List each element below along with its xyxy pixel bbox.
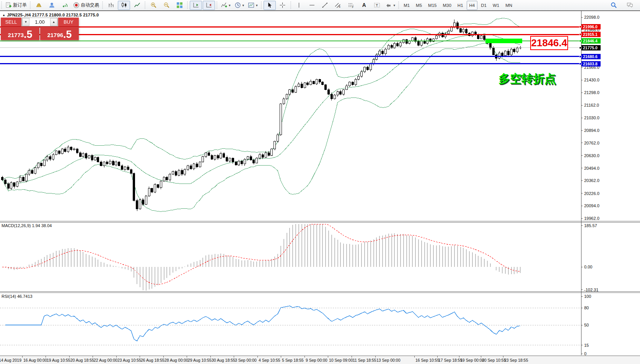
time-label: 13 Sep 00:00: [376, 358, 400, 362]
tile-windows-button[interactable]: [173, 1, 186, 10]
buy-price[interactable]: 21796.5: [40, 27, 79, 40]
svg-text:50: 50: [584, 323, 589, 327]
hline-button[interactable]: [306, 1, 318, 10]
sell-price-main: 21773: [8, 31, 24, 40]
chart-window: 22098.021966.021566.021430.021298.021162…: [0, 11, 640, 364]
gold-icon: [36, 2, 42, 8]
crosshair-button[interactable]: [277, 1, 289, 10]
toolbar-grip[interactable]: [29, 2, 31, 9]
svg-text:F: F: [352, 6, 353, 8]
toolbar-grip[interactable]: [144, 2, 146, 9]
turning-point-annotation: 多空转折点: [498, 71, 556, 87]
timeframe-m15[interactable]: M15: [425, 1, 439, 10]
dropdown-caret-icon[interactable]: ▾: [256, 3, 258, 7]
svg-text:21846.4: 21846.4: [583, 39, 598, 43]
toolbar-grip[interactable]: [216, 2, 218, 9]
text-button[interactable]: A: [358, 1, 370, 10]
expert-icon: [49, 2, 55, 8]
time-tick: [414, 356, 415, 358]
volume-increase-button[interactable]: ▲: [50, 18, 57, 26]
vline-button[interactable]: [293, 1, 305, 10]
chart-canvas[interactable]: 22098.021966.021566.021430.021298.021162…: [0, 11, 640, 364]
autotrade-button-label: 自动交易: [81, 2, 99, 8]
svg-text:21775.0: 21775.0: [583, 46, 598, 50]
indicators-button[interactable]: ▾: [219, 1, 232, 10]
time-tick: [503, 356, 503, 358]
toolbar-grip[interactable]: [1, 2, 3, 9]
dropdown-caret-icon[interactable]: ▾: [394, 3, 396, 7]
toolbar-grip[interactable]: [187, 2, 189, 9]
gold-button[interactable]: [33, 1, 45, 10]
timeframe-m1[interactable]: M1: [401, 1, 412, 10]
search-button[interactable]: [607, 1, 620, 10]
shift-auto-icon: [206, 2, 212, 8]
volume-decrease-button[interactable]: ▼: [22, 18, 29, 26]
price-annotation-box[interactable]: 21846.4: [530, 36, 568, 50]
chat-icon: [627, 2, 633, 8]
timeframe-mn[interactable]: MN: [503, 1, 515, 10]
autotrade-button[interactable]: 自动交易: [72, 1, 101, 10]
volume-value[interactable]: 1.00: [29, 18, 50, 26]
toolbar-grip[interactable]: [398, 2, 400, 9]
label-t-icon: T: [374, 2, 380, 8]
trendline-button[interactable]: [319, 1, 331, 10]
signal-icon: [62, 2, 68, 8]
expert-button[interactable]: [46, 1, 58, 10]
dropdown-caret-icon[interactable]: ▾: [229, 3, 231, 7]
shift-end-button[interactable]: [190, 1, 202, 10]
chat-button[interactable]: [624, 1, 636, 10]
new-order-icon: [5, 2, 12, 8]
new-order-button-label: 新订单: [13, 2, 27, 8]
timeframe-d1[interactable]: D1: [478, 1, 489, 10]
collapse-triangle-icon[interactable]: ▲: [2, 13, 5, 17]
buy-button[interactable]: BUY: [58, 18, 79, 26]
chart-symbol-title: ▲JPN225-,H4 21777.5 21800.0 21732.5 2177…: [2, 13, 99, 17]
svg-text:21298.0: 21298.0: [584, 90, 599, 95]
svg-text:20226.0: 20226.0: [584, 191, 599, 196]
svg-text:21162.0: 21162.0: [584, 103, 599, 107]
time-tick: [281, 356, 281, 358]
template-icon: [248, 2, 254, 8]
signal-button[interactable]: [59, 1, 71, 10]
line-chart-button[interactable]: [131, 1, 143, 10]
timeframe-h4[interactable]: H4: [467, 1, 478, 10]
bar-chart-button[interactable]: [105, 1, 117, 10]
timeframe-w1[interactable]: W1: [490, 1, 502, 10]
templates-button[interactable]: ▾: [246, 1, 259, 10]
toolbar-grip[interactable]: [102, 2, 104, 9]
hline-icon: [309, 2, 315, 8]
time-label: 20 Aug 18:55: [70, 358, 94, 362]
timeframe-h1[interactable]: H1: [455, 1, 466, 10]
shapes-button[interactable]: ▾: [384, 1, 397, 10]
dropdown-caret-icon[interactable]: ▾: [243, 3, 244, 7]
channel-button[interactable]: E: [332, 1, 344, 10]
time-label: 16 Sep 10:55: [415, 358, 439, 362]
timeframe-m30[interactable]: M30: [440, 1, 454, 10]
channel-icon: E: [335, 2, 341, 8]
toolbar-grip[interactable]: [290, 2, 292, 9]
timeframe-m5[interactable]: M5: [413, 1, 425, 10]
label-button[interactable]: T: [371, 1, 383, 10]
cursor-button[interactable]: [264, 1, 276, 10]
toolbar-grip[interactable]: [261, 2, 262, 9]
autotrade-icon: [73, 2, 80, 8]
sell-button[interactable]: SELL: [1, 18, 21, 26]
time-tick: [140, 356, 140, 358]
auto-scroll-button[interactable]: [203, 1, 215, 10]
zoom-out-button[interactable]: [160, 1, 173, 10]
new-order-button[interactable]: 新订单: [4, 1, 28, 10]
candle-chart-button[interactable]: [118, 1, 130, 10]
sell-price[interactable]: 21773.5: [1, 27, 39, 40]
time-label: 10 Sep 09:00: [329, 358, 353, 362]
zoom-out-icon: [163, 2, 170, 8]
time-label: 26 Aug 18:55: [141, 358, 164, 362]
time-tick: [163, 356, 164, 358]
chart-svg[interactable]: 22098.021966.021566.021430.021298.021162…: [0, 11, 640, 364]
time-tick: [375, 356, 376, 358]
time-axis[interactable]: 14 Aug 201916 Aug 00:0019 Aug 10:5520 Au…: [0, 356, 640, 364]
periods-button[interactable]: ▾: [233, 1, 246, 10]
svg-text:21996.0: 21996.0: [583, 24, 598, 29]
fibonacci-button[interactable]: F: [345, 1, 357, 10]
time-tick: [481, 356, 481, 358]
zoom-in-button[interactable]: [147, 1, 160, 10]
